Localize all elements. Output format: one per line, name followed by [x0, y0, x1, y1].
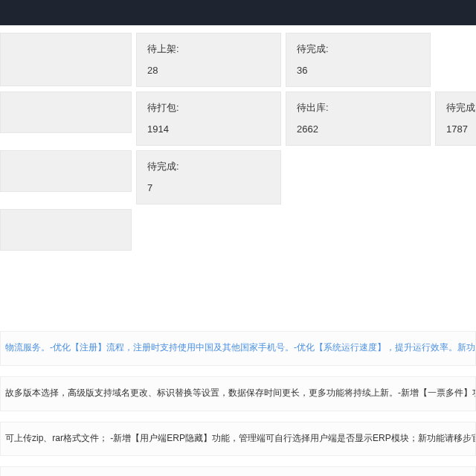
separator [0, 295, 476, 301]
stat-label: 待打包: [147, 101, 270, 115]
stat-card-pending-shelve[interactable]: 待上架: 28 [136, 33, 281, 87]
stat-value: 28 [147, 65, 270, 76]
notice-item[interactable]: 故多版本选择，高级版支持域名更改、标识替换等设置，数据保存时间更长，更多功能将持… [0, 376, 476, 411]
stat-card-pending-complete-3[interactable]: 待完成: 7 [136, 150, 281, 205]
stat-label: 待完成: [147, 160, 270, 173]
stat-card-blank[interactable] [0, 150, 132, 192]
stat-label: 待完成: [446, 101, 476, 115]
stats-row-3: 待完成: 7 [0, 150, 476, 205]
notice-item[interactable]: 可上传zip、rar格式文件； -新增【用户端ERP隐藏】功能，管理端可自行选择… [0, 422, 476, 457]
stat-card-pending-outbound[interactable]: 待出库: 2662 [286, 91, 431, 146]
stat-card-pending-complete[interactable]: 待完成: 36 [286, 33, 431, 87]
stat-value: 36 [297, 65, 419, 76]
notice-item[interactable]: -新增【普通入库&退货入库 复制】功能，用户可用复制功能复制单据； -新增【各时… [0, 466, 476, 476]
stat-value: 7 [147, 182, 270, 193]
stat-value: 1787 [446, 123, 476, 135]
stats-row-1: 待上架: 28 待完成: 36 [0, 33, 476, 87]
stats-row-2: 待打包: 1914 待出库: 2662 待完成: 1787 [0, 91, 476, 146]
stat-value: 2662 [297, 123, 419, 135]
stat-card-blank[interactable] [0, 33, 132, 86]
stat-card-blank[interactable] [0, 209, 132, 251]
notice-list: 物流服务。-优化【注册】流程，注册时支持使用中国及其他国家手机号。-优化【系统运… [0, 331, 476, 476]
stat-card-blank[interactable] [0, 91, 132, 133]
stat-label: 待完成: [297, 42, 419, 56]
stats-grid: 待上架: 28 待完成: 36 待打包: 1914 待出库: 2662 待完成:… [0, 33, 476, 251]
notice-text: 可上传zip、rar格式文件； -新增【用户端ERP隐藏】功能，管理端可自行选择… [5, 433, 476, 443]
stat-value: 1914 [147, 123, 270, 135]
top-bar [0, 0, 476, 25]
notice-text: 物流服务。-优化【注册】流程，注册时支持使用中国及其他国家手机号。-优化【系统运… [5, 342, 476, 353]
stat-card-pending-complete-2[interactable]: 待完成: 1787 [435, 91, 476, 146]
stats-row-4 [0, 209, 476, 251]
page-content: 待上架: 28 待完成: 36 待打包: 1914 待出库: 2662 待完成:… [0, 33, 476, 476]
notice-text: 故多版本选择，高级版支持域名更改、标识替换等设置，数据保存时间更长，更多功能将持… [5, 387, 476, 398]
stat-label: 待上架: [147, 42, 270, 56]
stat-label: 待出库: [297, 101, 419, 115]
notice-item[interactable]: 物流服务。-优化【注册】流程，注册时支持使用中国及其他国家手机号。-优化【系统运… [0, 331, 476, 366]
stat-card-pending-pack[interactable]: 待打包: 1914 [136, 91, 281, 146]
